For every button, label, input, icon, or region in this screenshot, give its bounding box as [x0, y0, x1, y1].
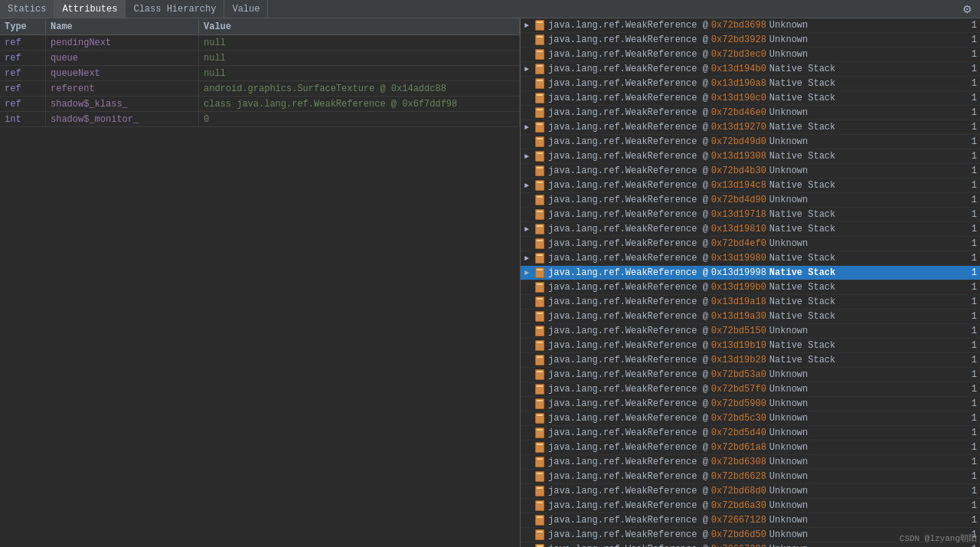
right-list-item[interactable]: java.lang.ref.WeakReference @ 0x72bd6a30…	[521, 499, 980, 513]
ref-state: Unknown	[769, 107, 965, 118]
ref-state: Unknown	[769, 427, 965, 438]
ref-address: 0x13d19980	[711, 253, 766, 264]
tab-class-hierarchy[interactable]: Class Hierarchy	[126, 0, 224, 18]
left-table-row[interactable]: ref referent android.graphics.SurfaceTex…	[0, 81, 520, 97]
right-list-item[interactable]: java.lang.ref.WeakReference @ 0x72bd4d90…	[521, 193, 980, 208]
right-list-item[interactable]: java.lang.ref.WeakReference @ 0x72bd68d0…	[521, 484, 980, 499]
right-list-item[interactable]: java.lang.ref.WeakReference @ 0x72bd61a8…	[521, 441, 980, 455]
expand-arrow[interactable]: ►	[521, 269, 533, 277]
right-list-item[interactable]: ► java.lang.ref.WeakReference @ 0x13d199…	[521, 251, 980, 266]
ref-class: java.lang.ref.WeakReference @	[548, 515, 708, 526]
right-list-item[interactable]: ► java.lang.ref.WeakReference @ 0x13d193…	[521, 149, 980, 164]
expand-arrow-placeholder	[521, 167, 533, 175]
ref-count: 1	[965, 398, 980, 409]
file-icon	[535, 427, 544, 438]
right-list-item[interactable]: ► java.lang.ref.WeakReference @ 0x13d194…	[521, 62, 980, 77]
ref-class: java.lang.ref.WeakReference @	[548, 165, 708, 176]
ref-class: java.lang.ref.WeakReference @	[548, 369, 708, 380]
right-list-item[interactable]: java.lang.ref.WeakReference @ 0x72bd57f0…	[521, 382, 980, 397]
right-list-item[interactable]: java.lang.ref.WeakReference @ 0x13d19718…	[521, 208, 980, 222]
ref-count: 1	[965, 369, 980, 380]
expand-arrow[interactable]: ►	[521, 123, 533, 132]
right-list-item[interactable]: java.lang.ref.WeakReference @ 0x72bd6308…	[521, 455, 980, 470]
row-content: java.lang.ref.WeakReference @ 0x13d190a8…	[547, 78, 965, 89]
tab-attributes[interactable]: Attributes	[54, 0, 126, 18]
right-list-item[interactable]: ► java.lang.ref.WeakReference @ 0x72bd36…	[521, 18, 980, 33]
ref-state: Unknown	[769, 471, 965, 482]
file-icon	[535, 457, 544, 467]
row-content: java.lang.ref.WeakReference @ 0x13d19308…	[547, 151, 965, 162]
right-list-item[interactable]: java.lang.ref.WeakReference @ 0x72bd46e0…	[521, 106, 980, 120]
ref-address: 0x72bd3698	[711, 20, 766, 31]
ref-state: Native Stack	[769, 282, 965, 293]
right-list-item[interactable]: java.lang.ref.WeakReference @ 0x13d190c0…	[521, 91, 980, 106]
expand-arrow[interactable]: ►	[521, 65, 533, 74]
file-icon	[535, 20, 544, 31]
tab-value[interactable]: Value	[224, 0, 268, 18]
settings-button[interactable]: ⚙	[959, 2, 975, 17]
right-list-item[interactable]: java.lang.ref.WeakReference @ 0x72bd3ec0…	[521, 47, 980, 62]
expand-arrow[interactable]: ►	[521, 152, 533, 161]
file-icon	[535, 442, 544, 453]
expand-arrow[interactable]: ►	[521, 225, 533, 234]
right-list-item[interactable]: java.lang.ref.WeakReference @ 0x13d190a8…	[521, 77, 980, 91]
file-icon	[535, 500, 544, 511]
right-list-item[interactable]: java.lang.ref.WeakReference @ 0x13d19a30…	[521, 310, 980, 324]
right-list-item[interactable]: java.lang.ref.WeakReference @ 0x72bd5d40…	[521, 426, 980, 441]
ref-address: 0x72bd6628	[711, 471, 766, 482]
right-list-item[interactable]: java.lang.ref.WeakReference @ 0x72bd4ef0…	[521, 237, 980, 251]
right-list-item[interactable]: java.lang.ref.WeakReference @ 0x13d199b0…	[521, 280, 980, 295]
expand-arrow[interactable]: ►	[521, 21, 533, 30]
right-list-item[interactable]: java.lang.ref.WeakReference @ 0x13d19b10…	[521, 339, 980, 353]
row-content: java.lang.ref.WeakReference @ 0x13d19270…	[547, 122, 965, 133]
right-list-item[interactable]: java.lang.ref.WeakReference @ 0x72bd5150…	[521, 324, 980, 339]
ref-class: java.lang.ref.WeakReference @	[548, 122, 708, 133]
ref-count: 1	[965, 296, 980, 307]
ref-class: java.lang.ref.WeakReference @	[548, 151, 708, 162]
left-table-row[interactable]: ref queue null	[0, 51, 520, 66]
right-list-item[interactable]: java.lang.ref.WeakReference @ 0x72bd6628…	[521, 470, 980, 484]
right-list-item[interactable]: java.lang.ref.WeakReference @ 0x72bd5c30…	[521, 411, 980, 426]
ref-class: java.lang.ref.WeakReference @	[548, 457, 708, 467]
row-icon	[533, 34, 547, 45]
row-icon	[533, 442, 547, 453]
name-column-header: Name	[46, 20, 199, 34]
right-list-item[interactable]: ► java.lang.ref.WeakReference @ 0x13d198…	[521, 222, 980, 237]
expand-arrow[interactable]: ►	[521, 182, 533, 190]
row-icon	[533, 515, 547, 526]
left-table-row[interactable]: ref pendingNext null	[0, 35, 520, 51]
left-table-row[interactable]: ref queueNext null	[0, 66, 520, 81]
right-list-item[interactable]: java.lang.ref.WeakReference @ 0x13d19b28…	[521, 353, 980, 368]
ref-class: java.lang.ref.WeakReference @	[548, 136, 708, 147]
left-table-row[interactable]: ref shadow$_klass_ class java.lang.ref.W…	[0, 97, 520, 112]
right-list-item[interactable]: ► java.lang.ref.WeakReference @ 0x13d192…	[521, 120, 980, 135]
row-icon	[533, 340, 547, 351]
ref-count: 1	[965, 107, 980, 118]
row-content: java.lang.ref.WeakReference @ 0x72bd4ef0…	[547, 238, 965, 249]
right-list-item[interactable]: java.lang.ref.WeakReference @ 0x72bd6d50…	[521, 528, 980, 542]
right-list-item[interactable]: java.lang.ref.WeakReference @ 0x72bd49d0…	[521, 135, 980, 149]
right-list-item[interactable]: java.lang.ref.WeakReference @ 0x72bd3928…	[521, 33, 980, 47]
expand-arrow[interactable]: ►	[521, 254, 533, 263]
file-icon	[535, 282, 544, 293]
right-list-item[interactable]: java.lang.ref.WeakReference @ 0x72667128…	[521, 513, 980, 528]
right-list-item[interactable]: java.lang.ref.WeakReference @ 0x72bd53a0…	[521, 368, 980, 382]
ref-class: java.lang.ref.WeakReference @	[548, 34, 708, 45]
ref-count: 1	[965, 49, 980, 60]
row-content: java.lang.ref.WeakReference @ 0x13d19b10…	[547, 340, 965, 351]
ref-count: 1	[965, 355, 980, 365]
row-content: java.lang.ref.WeakReference @ 0x13d19a18…	[547, 296, 965, 307]
ref-count: 1	[965, 195, 980, 205]
right-list-item[interactable]: ► java.lang.ref.WeakReference @ 0x13d199…	[521, 266, 980, 280]
ref-class: java.lang.ref.WeakReference @	[548, 296, 708, 307]
expand-arrow-placeholder	[521, 458, 533, 467]
right-list-item[interactable]: ► java.lang.ref.WeakReference @ 0x13d194…	[521, 179, 980, 193]
expand-arrow-placeholder	[521, 211, 533, 219]
left-table-row[interactable]: int shadow$_monitor_ 0	[0, 112, 520, 127]
tab-statics[interactable]: Statics	[0, 0, 54, 18]
right-list-item[interactable]: java.lang.ref.WeakReference @ 0x72667398…	[521, 542, 980, 547]
right-list-item[interactable]: java.lang.ref.WeakReference @ 0x13d19a18…	[521, 295, 980, 310]
ref-state: Unknown	[769, 20, 965, 31]
right-list-item[interactable]: java.lang.ref.WeakReference @ 0x72bd5900…	[521, 397, 980, 411]
right-list-item[interactable]: java.lang.ref.WeakReference @ 0x72bd4b30…	[521, 164, 980, 179]
